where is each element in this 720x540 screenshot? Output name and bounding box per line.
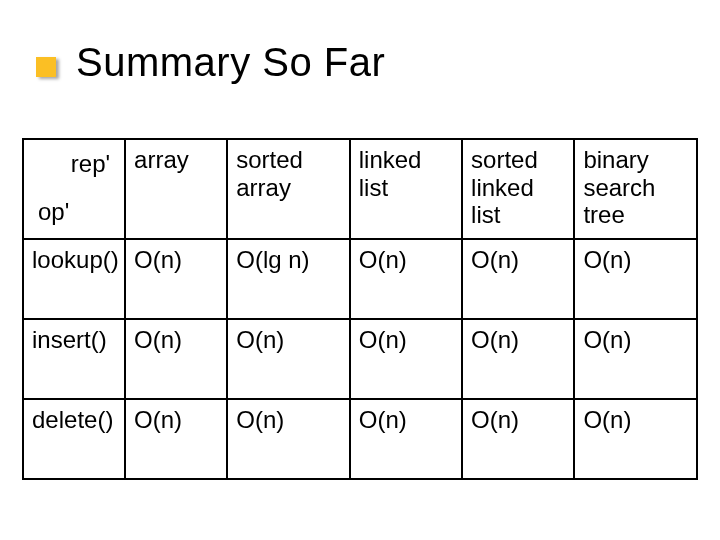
table-row: insert() O(n) O(n) O(n) O(n) O(n) bbox=[23, 319, 697, 399]
header-corner-cell: rep' op' bbox=[23, 139, 125, 239]
cell: O(n) bbox=[462, 239, 574, 319]
rep-label: rep' bbox=[71, 150, 110, 178]
cell: O(n) bbox=[350, 399, 462, 479]
cell: O(n) bbox=[125, 319, 227, 399]
col-header-sorted-linked-list: sorted linked list bbox=[462, 139, 574, 239]
bullet-square-icon bbox=[36, 57, 56, 77]
col-header-linked-list: linked list bbox=[350, 139, 462, 239]
table-row: delete() O(n) O(n) O(n) O(n) O(n) bbox=[23, 399, 697, 479]
slide-title: Summary So Far bbox=[76, 40, 385, 85]
col-header-array: array bbox=[125, 139, 227, 239]
col-header-sorted-array: sorted array bbox=[227, 139, 350, 239]
cell: O(n) bbox=[350, 239, 462, 319]
table-header-row: rep' op' array sorted array linked list … bbox=[23, 139, 697, 239]
comparison-table: rep' op' array sorted array linked list … bbox=[22, 138, 698, 480]
cell: O(n) bbox=[574, 319, 697, 399]
col-header-binary-search-tree: binary search tree bbox=[574, 139, 697, 239]
cell: O(n) bbox=[574, 239, 697, 319]
table-row: lookup() O(n) O(lg n) O(n) O(n) O(n) bbox=[23, 239, 697, 319]
op-label: op' bbox=[38, 198, 69, 226]
cell: O(n) bbox=[462, 319, 574, 399]
slide: Summary So Far rep' op' array sorted arr… bbox=[0, 0, 720, 540]
row-label-insert: insert() bbox=[23, 319, 125, 399]
title-wrap: Summary So Far bbox=[36, 40, 385, 85]
cell: O(n) bbox=[125, 399, 227, 479]
cell: O(n) bbox=[125, 239, 227, 319]
cell: O(n) bbox=[574, 399, 697, 479]
cell: O(n) bbox=[227, 319, 350, 399]
cell: O(n) bbox=[462, 399, 574, 479]
cell: O(n) bbox=[227, 399, 350, 479]
cell: O(lg n) bbox=[227, 239, 350, 319]
comparison-table-wrap: rep' op' array sorted array linked list … bbox=[22, 138, 698, 480]
cell: O(n) bbox=[350, 319, 462, 399]
row-label-delete: delete() bbox=[23, 399, 125, 479]
row-label-lookup: lookup() bbox=[23, 239, 125, 319]
